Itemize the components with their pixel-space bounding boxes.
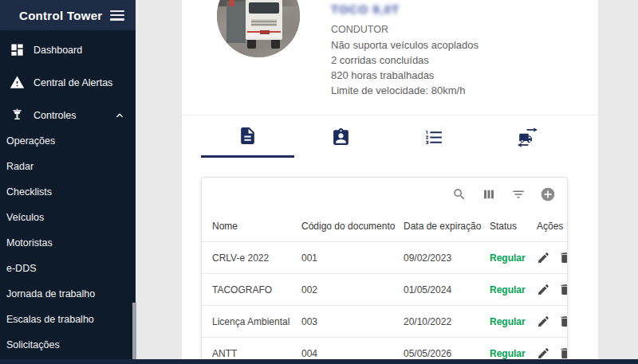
sidebar-item-jornada-de-trabalho[interactable]: Jornada de trabalho [0,281,136,307]
row-actions [537,251,568,264]
cell-nome: TACOGRAFO [212,284,301,296]
status-badge: Regular [490,284,537,296]
sidebar-item-radar[interactable]: Radar [0,154,136,179]
sidebar: Control Tower Dashboard Central de Alert… [0,0,136,364]
status-badge: Regular [490,348,537,359]
tab-checklist[interactable] [388,119,481,158]
delete-icon[interactable] [558,251,568,264]
cell-nome: Licença Ambiental [212,316,301,327]
alert-icon [10,75,25,90]
delete-icon[interactable] [558,315,568,328]
document-icon [238,126,258,149]
sidebar-item-central-de-alertas[interactable]: Central de Alertas [0,66,136,99]
sidebar-item-operacoes[interactable]: Operações [0,128,136,154]
column-header-data: Data de expiração [404,221,490,232]
sidebar-item-veiculos[interactable]: Veículos [0,205,136,230]
sidebar-item-edds[interactable]: e-DDS [0,256,136,281]
vehicle-transfer-icon [518,127,538,151]
cell-nome: CRLV-e 2022 [212,252,301,264]
sidebar-item-checklists[interactable]: Checklists [0,179,136,205]
edit-icon[interactable] [537,315,550,328]
cell-data: 05/05/2026 [404,348,490,359]
delete-icon[interactable] [558,283,568,296]
cell-codigo: 002 [301,284,404,296]
sidebar-menu: Dashboard Central de Alertas Controles O… [0,30,136,358]
window-bottom-edge [0,359,638,364]
column-header-acoes: Ações [537,221,567,232]
profile-detail: Não suporta veículos acoplados [331,37,478,53]
tab-bar [201,119,574,158]
control-tower-icon [10,108,25,123]
columns-icon[interactable] [481,186,497,202]
dashboard-icon [10,42,25,57]
edit-icon[interactable] [537,346,550,360]
screen: Control Tower Dashboard Central de Alert… [0,0,638,364]
edit-icon[interactable] [537,283,550,296]
table-header-row: Nome Código do documento Data de expiraç… [202,211,567,241]
sidebar-item-label: Controles [33,110,77,121]
table-row: CRLV-e 2022 001 09/02/2023 Regular [202,241,567,273]
sidebar-scrollbar[interactable] [132,303,136,364]
sidebar-submenu: Operações Radar Checklists Veículos Moto… [0,128,136,358]
sidebar-header: Control Tower [0,0,136,30]
row-actions [537,315,568,328]
profile-role: CONDUTOR [331,22,478,37]
filter-icon[interactable] [510,186,526,202]
cell-codigo: 004 [301,348,404,359]
app-title: Control Tower [19,9,110,22]
sidebar-item-controles[interactable]: Controles [0,99,136,131]
row-actions [537,283,568,296]
divider [182,115,598,115]
vehicle-photo [217,0,300,57]
row-actions [537,346,568,360]
cell-codigo: 003 [301,316,404,327]
profile-detail: Limite de velocidade: 80km/h [331,83,478,98]
main-content: TOCO 9,0T CONDUTOR Não suporta veículos … [182,0,598,364]
hamburger-menu-icon[interactable] [110,10,124,21]
profile-info: TOCO 9,0T CONDUTOR Não suporta veículos … [331,2,478,98]
status-badge: Regular [490,316,537,327]
tab-driver-id[interactable] [294,119,388,158]
profile-detail: 2 corridas concluídas [331,53,478,68]
id-badge-icon [331,127,351,151]
sidebar-item-label: Central de Alertas [33,77,112,88]
delete-icon[interactable] [558,346,568,360]
edit-icon[interactable] [537,251,550,264]
numbered-list-icon [424,127,444,151]
cell-data: 09/02/2023 [404,252,490,264]
profile-detail: 820 horas trabalhadas [331,68,478,83]
sidebar-item-label: Dashboard [33,45,82,56]
cell-nome: ANTT [212,348,301,359]
column-header-codigo: Código do documento [301,221,404,232]
search-icon[interactable] [451,186,467,202]
sidebar-item-solicitacoes[interactable]: Solicitações [0,332,136,358]
column-header-status: Status [490,221,537,232]
cell-codigo: 001 [301,252,404,264]
add-icon[interactable] [540,186,556,202]
chevron-up-icon [113,109,126,122]
sidebar-item-dashboard[interactable]: Dashboard [0,33,136,66]
table-row: TACOGRAFO 002 01/05/2024 Regular [202,273,567,305]
sidebar-item-escalas-de-trabalho[interactable]: Escalas de trabalho [0,307,136,332]
table-toolbar [202,178,567,211]
cell-data: 20/10/2022 [404,316,490,327]
documents-card: Nome Código do documento Data de expiraç… [201,177,568,364]
status-badge: Regular [490,252,537,264]
profile-title-blurred: TOCO 9,0T [331,2,400,16]
tab-vehicle-assignment[interactable] [481,119,574,158]
sidebar-item-motoristas[interactable]: Motoristas [0,230,136,256]
cell-data: 01/05/2024 [404,284,490,296]
table-row: Licença Ambiental 003 20/10/2022 Regular [202,305,567,337]
tab-documents[interactable] [201,119,294,158]
column-header-nome: Nome [212,221,301,232]
